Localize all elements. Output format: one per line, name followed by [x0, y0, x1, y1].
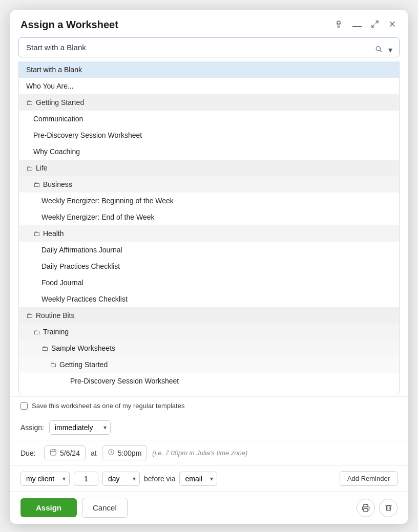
category-item[interactable]: 🗀 Sample Worksheets — [19, 340, 399, 356]
reminder-row: my client me both day week hour before v… — [10, 465, 408, 491]
category-item[interactable]: 🗀 Getting Started — [19, 94, 399, 111]
assign-timing-select[interactable]: immediately on a date after session — [49, 420, 111, 435]
add-reminder-button[interactable]: Add Reminder — [340, 471, 398, 486]
category-label: Business — [43, 180, 72, 188]
list-item[interactable]: Why Coaching — [19, 143, 399, 160]
category-label: Getting Started — [59, 360, 108, 369]
item-label: Start with a Blank — [26, 66, 82, 74]
category-item[interactable]: 🗀 Training — [19, 324, 399, 340]
category-label: Health — [43, 229, 64, 238]
worksheet-list: Start with a Blank Who You Are... 🗀 Gett… — [18, 61, 400, 394]
date-field[interactable]: 5/6/24 — [44, 445, 86, 460]
item-label: Weekly Energizer: End of the Week — [41, 213, 154, 221]
item-label: Daily Affirmations Journal — [41, 246, 122, 254]
svg-rect-8 — [51, 450, 56, 455]
assign-button[interactable]: Assign — [20, 498, 77, 517]
date-value: 5/6/24 — [60, 449, 80, 457]
lightbulb-icon[interactable] — [333, 18, 344, 31]
folder-icon: 🗀 — [33, 328, 40, 336]
category-label: Life — [36, 164, 48, 172]
item-label: Weekly Energizer: Beginning of the Week — [41, 197, 174, 205]
item-label: Communication — [33, 115, 83, 123]
folder-icon: 🗀 — [41, 345, 48, 352]
assign-row: Assign: immediately on a date after sess… — [10, 415, 408, 440]
delete-button[interactable] — [379, 499, 398, 517]
category-item[interactable]: 🗀 Life — [19, 160, 399, 176]
reminder-who-wrapper: my client me both — [20, 472, 70, 486]
assign-worksheet-modal: Assign a Worksheet Start with a Blank ▾ — [10, 10, 408, 524]
list-item[interactable]: Pre-Discovery Session Worksheet — [19, 373, 399, 389]
list-item[interactable]: Communication — [19, 111, 399, 127]
folder-icon: 🗀 — [50, 361, 56, 369]
timezone-note: (i.e. 7:00pm in Julia's time zone) — [152, 449, 247, 457]
list-item[interactable]: Weekly Energizer: End of the Week — [19, 209, 399, 225]
list-item[interactable]: Weekly Practices Checklist — [19, 291, 399, 307]
category-label: Sample Worksheets — [51, 344, 115, 352]
folder-icon: 🗀 — [26, 164, 33, 172]
reminder-amount-input[interactable] — [74, 472, 98, 486]
reminder-channel-select[interactable]: email sms push — [179, 472, 217, 486]
worksheet-dropdown-wrapper: Start with a Blank ▾ — [10, 37, 408, 61]
category-item[interactable]: 🗀 Health — [19, 225, 399, 242]
item-label: Ticket Review & Practice — [50, 393, 129, 394]
category-label: Training — [43, 328, 69, 336]
svg-line-2 — [375, 21, 378, 24]
svg-point-0 — [337, 21, 340, 24]
time-value: 5:00pm — [118, 449, 142, 457]
save-template-row: Save this worksheet as one of my regular… — [10, 396, 408, 415]
due-row: Due: 5/6/24 at 5:00pm (i.e. 7:00pm in Ju… — [10, 440, 408, 465]
cancel-button[interactable]: Cancel — [82, 498, 128, 518]
svg-line-3 — [372, 25, 374, 27]
list-item[interactable]: Start with a Blank — [19, 61, 399, 78]
at-label: at — [91, 449, 97, 457]
minimize-icon[interactable] — [351, 20, 363, 30]
save-template-checkbox[interactable] — [20, 402, 28, 410]
reminder-channel-wrapper: email sms push — [179, 472, 217, 486]
category-label: Routine Bits — [36, 311, 74, 320]
footer-right-icons — [357, 499, 398, 517]
folder-icon: 🗀 — [33, 181, 40, 188]
resize-icon[interactable] — [370, 19, 380, 31]
assign-label: Assign: — [20, 423, 44, 432]
reminder-who-select[interactable]: my client me both — [20, 472, 70, 486]
header-icons — [333, 18, 398, 31]
due-label: Due: — [20, 449, 39, 457]
item-label: Weekly Practices Checklist — [41, 295, 128, 303]
list-item[interactable]: Daily Practices Checklist — [19, 258, 399, 274]
worksheet-select[interactable]: Start with a Blank — [18, 37, 400, 57]
item-label: Why Coaching — [33, 147, 80, 156]
calendar-icon — [50, 449, 57, 457]
svg-rect-13 — [364, 508, 368, 511]
before-via-label: before via — [144, 475, 175, 483]
clock-icon — [108, 449, 115, 457]
time-field[interactable]: 5:00pm — [102, 445, 148, 460]
reminder-period-wrapper: day week hour — [102, 472, 140, 486]
list-item[interactable]: Pre-Discovery Session Worksheet — [19, 127, 399, 143]
modal-title: Assign a Worksheet — [20, 19, 118, 31]
list-item[interactable]: Food Journal — [19, 274, 399, 291]
footer-row: Assign Cancel — [10, 491, 408, 524]
item-label: Pre-Discovery Session Worksheet — [70, 377, 179, 385]
category-item[interactable]: 🗀 Routine Bits — [19, 307, 399, 324]
folder-icon: 🗀 — [26, 99, 33, 107]
category-label: Getting Started — [36, 98, 84, 107]
category-item[interactable]: 🗀 Getting Started — [19, 356, 399, 373]
item-label: Who You Are... — [26, 82, 74, 90]
folder-icon: 🗀 — [26, 312, 33, 320]
modal-header: Assign a Worksheet — [10, 10, 408, 37]
assign-select-wrapper: immediately on a date after session — [49, 420, 111, 435]
item-label: Pre-Discovery Session Worksheet — [33, 131, 142, 139]
item-label: Daily Practices Checklist — [41, 262, 120, 270]
list-item[interactable]: Who You Are... — [19, 78, 399, 94]
reminder-period-select[interactable]: day week hour — [102, 472, 140, 486]
list-item[interactable]: Daily Affirmations Journal — [19, 242, 399, 258]
category-item[interactable]: 🗀 Business — [19, 176, 399, 193]
list-item[interactable]: Weekly Energizer: Beginning of the Week — [19, 193, 399, 209]
folder-icon: 🗀 — [33, 230, 40, 238]
list-item[interactable]: Ticket Review & Practice — [19, 389, 399, 394]
item-label: Food Journal — [41, 279, 83, 287]
print-button[interactable] — [357, 499, 375, 517]
save-template-label[interactable]: Save this worksheet as one of my regular… — [32, 402, 184, 410]
close-icon[interactable] — [387, 19, 398, 31]
